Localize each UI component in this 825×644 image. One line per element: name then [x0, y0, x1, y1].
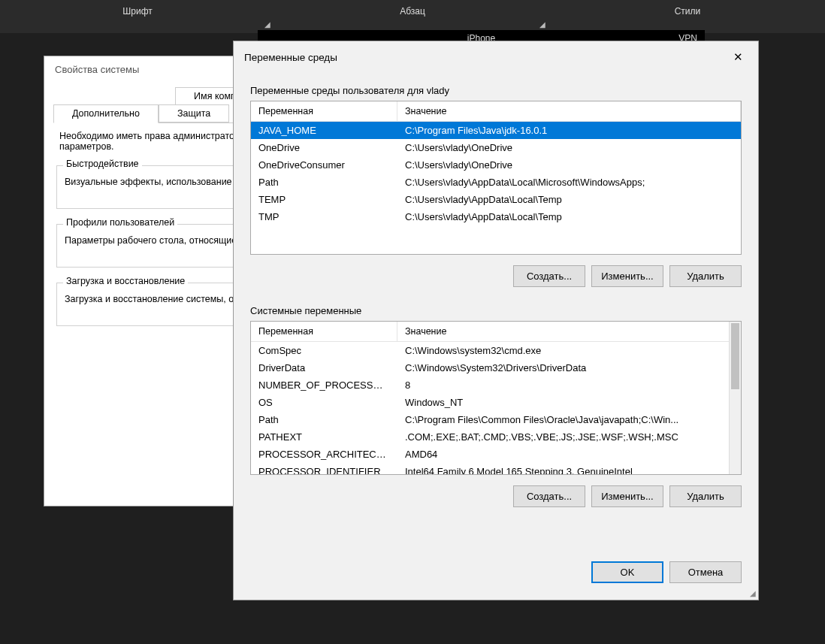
ribbon-label: Абзац [400, 6, 425, 17]
var-name: OneDrive [251, 141, 397, 154]
var-value: AMD64 [397, 448, 741, 461]
var-name: OneDriveConsumer [251, 159, 397, 171]
resize-grip-icon[interactable]: ◢ [750, 589, 756, 597]
dialog-title: Переменные среды [244, 52, 337, 63]
environment-variables-dialog: Переменные среды ✕ Переменные среды поль… [233, 41, 759, 600]
tab-advanced[interactable]: Дополнительно [53, 104, 159, 123]
user-create-button[interactable]: Создать... [513, 265, 585, 287]
scrollbar[interactable] [729, 322, 741, 474]
system-edit-button[interactable]: Изменить... [591, 485, 663, 507]
column-header-variable[interactable]: Переменная [251, 101, 397, 121]
var-name: DriverData [251, 361, 397, 374]
var-value: C:\Users\vlady\AppData\Local\Temp [397, 193, 741, 206]
var-value: 8 [397, 379, 741, 392]
var-value: Intel64 Family 6 Model 165 Stepping 3, G… [397, 465, 741, 475]
table-row[interactable]: TEMPC:\Users\vlady\AppData\Local\Temp [251, 191, 741, 208]
table-row[interactable]: PROCESSOR_IDENTIFIERIntel64 Family 6 Mod… [251, 463, 741, 475]
column-header-value[interactable]: Значение [397, 322, 741, 341]
var-value: C:\Users\vlady\OneDrive [397, 141, 741, 154]
system-create-button[interactable]: Создать... [513, 485, 585, 507]
table-row[interactable]: OSWindows_NT [251, 394, 741, 411]
var-name: TMP [251, 210, 397, 223]
ribbon-group-paragraph[interactable]: Абзац ◢ [275, 0, 550, 33]
var-name: NUMBER_OF_PROCESSORS [251, 379, 397, 392]
column-header-variable[interactable]: Переменная [251, 322, 397, 341]
var-value: C:\Program Files\Java\jdk-16.0.1 [397, 124, 741, 137]
dialog-launcher-icon[interactable]: ◢ [264, 20, 270, 29]
var-value: .COM;.EXE;.BAT;.CMD;.VBS;.VBE;.JS;.JSE;.… [397, 431, 741, 443]
tab-protection[interactable]: Защита [159, 104, 229, 122]
group-legend: Профили пользователей [63, 217, 177, 228]
ribbon-label: Стили [675, 6, 701, 17]
var-value: C:\Users\vlady\AppData\Local\Temp [397, 210, 741, 223]
user-vars-listview[interactable]: Переменная Значение JAVA_HOMEC:\Program … [250, 101, 742, 255]
var-value: Windows_NT [397, 396, 741, 409]
var-value: C:\Program Files\Common Files\Oracle\Jav… [397, 413, 741, 426]
table-row[interactable]: OneDriveConsumerC:\Users\vlady\OneDrive [251, 156, 741, 174]
ribbon-group-styles[interactable]: Стили [550, 0, 825, 33]
cancel-button[interactable]: Отмена [669, 561, 742, 583]
system-vars-listview[interactable]: Переменная Значение ComSpecC:\Windows\sy… [250, 321, 742, 475]
scrollbar-thumb[interactable] [731, 323, 739, 389]
ok-button[interactable]: OK [591, 561, 663, 583]
column-header-value[interactable]: Значение [397, 101, 741, 121]
close-icon[interactable]: ✕ [729, 49, 748, 65]
dialog-launcher-icon[interactable]: ◢ [539, 20, 545, 29]
table-row[interactable]: OneDriveC:\Users\vlady\OneDrive [251, 139, 741, 156]
var-name: PROCESSOR_ARCHITECTU... [251, 448, 397, 461]
user-edit-button[interactable]: Изменить... [591, 265, 663, 287]
var-name: Path [251, 176, 397, 189]
user-delete-button[interactable]: Удалить [669, 265, 742, 287]
table-row[interactable]: TMPC:\Users\vlady\AppData\Local\Temp [251, 208, 741, 225]
group-legend: Быстродействие [63, 159, 142, 169]
table-row[interactable]: PathC:\Program Files\Common Files\Oracle… [251, 411, 741, 428]
ribbon-label: Шрифт [122, 6, 152, 17]
var-value: C:\Windows\system32\cmd.exe [397, 344, 741, 357]
var-name: OS [251, 396, 397, 409]
var-value: C:\Users\vlady\OneDrive [397, 159, 741, 171]
ribbon-group-font[interactable]: Шрифт ◢ [0, 0, 275, 33]
system-vars-label: Системные переменные [250, 305, 742, 316]
table-row[interactable]: NUMBER_OF_PROCESSORS8 [251, 376, 741, 394]
var-name: PATHEXT [251, 431, 397, 443]
group-legend: Загрузка и восстановление [63, 276, 188, 286]
var-name: JAVA_HOME [251, 124, 397, 137]
table-row[interactable]: PATHEXT.COM;.EXE;.BAT;.CMD;.VBS;.VBE;.JS… [251, 428, 741, 446]
table-row[interactable]: JAVA_HOMEC:\Program Files\Java\jdk-16.0.… [251, 122, 741, 139]
var-name: Path [251, 413, 397, 426]
table-row[interactable]: PathC:\Users\vlady\AppData\Local\Microso… [251, 174, 741, 191]
table-row[interactable]: ComSpecC:\Windows\system32\cmd.exe [251, 342, 741, 359]
table-row[interactable]: DriverDataC:\Windows\System32\Drivers\Dr… [251, 359, 741, 376]
var-name: PROCESSOR_IDENTIFIER [251, 465, 397, 475]
user-vars-label: Переменные среды пользователя для vlady [250, 85, 742, 96]
var-value: C:\Windows\System32\Drivers\DriverData [397, 361, 741, 374]
var-name: ComSpec [251, 344, 397, 357]
table-row[interactable]: PROCESSOR_ARCHITECTU...AMD64 [251, 446, 741, 463]
ribbon: Шрифт ◢ Абзац ◢ Стили [0, 0, 825, 33]
var-value: C:\Users\vlady\AppData\Local\Microsoft\W… [397, 176, 741, 189]
var-name: TEMP [251, 193, 397, 206]
system-delete-button[interactable]: Удалить [669, 485, 742, 507]
